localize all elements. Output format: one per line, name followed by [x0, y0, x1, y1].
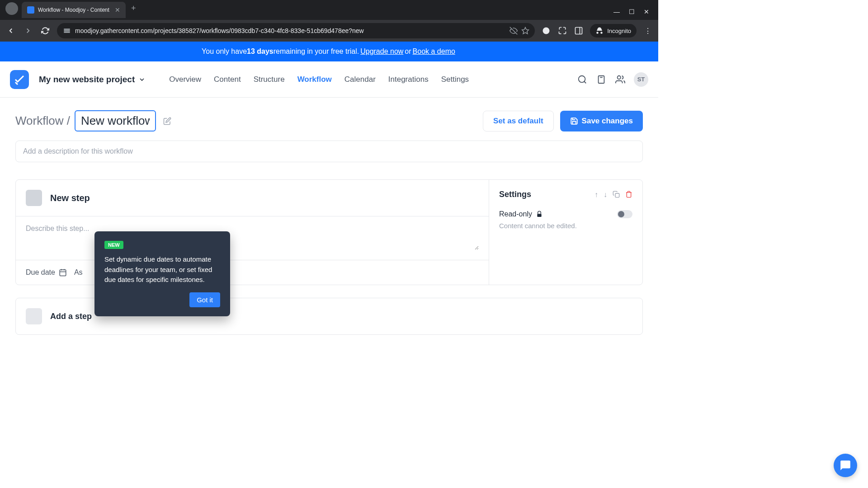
url-text: moodjoy.gathercontent.com/projects/38582… — [75, 27, 505, 34]
user-avatar[interactable]: ST — [634, 72, 648, 87]
svg-rect-2 — [64, 32, 70, 33]
forward-button[interactable] — [23, 25, 33, 36]
nav-content[interactable]: Content — [214, 75, 241, 84]
svg-rect-6 — [576, 28, 582, 34]
step-settings-panel: Settings ↑ ↓ Read-only Content cannot be… — [489, 180, 642, 285]
workflow-title-input[interactable] — [75, 110, 156, 131]
nav-workflow[interactable]: Workflow — [297, 75, 332, 84]
notifications-icon[interactable] — [596, 74, 607, 85]
maximize-icon[interactable]: ☐ — [629, 8, 635, 15]
svg-rect-1 — [64, 30, 70, 31]
nav-overview[interactable]: Overview — [169, 75, 201, 84]
nav-calendar[interactable]: Calendar — [344, 75, 376, 84]
close-tab-icon[interactable]: ✕ — [115, 6, 120, 14]
page-content: Workflow / Set as default Save changes N… — [0, 98, 658, 347]
step-color-swatch[interactable] — [26, 190, 42, 206]
assignees-button[interactable]: As — [74, 268, 83, 277]
new-badge: NEW — [104, 241, 123, 249]
minimize-icon[interactable]: — — [613, 8, 620, 15]
step-description-input[interactable] — [26, 225, 479, 250]
got-it-button[interactable]: Got it — [189, 292, 220, 307]
incognito-indicator[interactable]: Incognito — [590, 24, 637, 38]
save-button[interactable]: Save changes — [560, 111, 643, 131]
extension-icon[interactable] — [541, 26, 551, 36]
duplicate-icon[interactable] — [613, 191, 620, 199]
move-down-icon[interactable]: ↓ — [604, 191, 607, 199]
menu-dots-icon[interactable]: ⋮ — [643, 26, 653, 36]
readonly-hint: Content cannot be edited. — [499, 222, 632, 230]
set-default-button[interactable]: Set as default — [483, 111, 554, 131]
address-bar[interactable]: moodjoy.gathercontent.com/projects/38582… — [57, 23, 535, 38]
tab-title: Workflow - Moodjoy - Content — [38, 7, 111, 13]
nav-structure[interactable]: Structure — [254, 75, 285, 84]
extensions-puzzle-icon[interactable] — [557, 26, 567, 36]
svg-line-9 — [584, 81, 586, 83]
add-step-label: Add a step — [50, 312, 92, 321]
book-demo-link[interactable]: Book a demo — [413, 47, 455, 56]
bookmark-star-icon[interactable] — [521, 27, 528, 35]
nav-integrations[interactable]: Integrations — [388, 75, 429, 84]
step-name[interactable]: New step — [50, 193, 90, 203]
trial-days: 13 days — [247, 47, 274, 56]
browser-toolbar: moodjoy.gathercontent.com/projects/38582… — [0, 20, 658, 42]
svg-point-12 — [618, 75, 621, 79]
back-button[interactable] — [5, 25, 16, 36]
nav-settings[interactable]: Settings — [441, 75, 469, 84]
breadcrumb[interactable]: Workflow / — [15, 114, 70, 128]
upgrade-link[interactable]: Upgrade now — [360, 47, 403, 56]
readonly-toggle[interactable] — [617, 210, 632, 218]
svg-rect-0 — [64, 29, 70, 29]
settings-title: Settings — [499, 190, 531, 199]
save-icon — [570, 117, 578, 125]
project-switcher[interactable]: My new website project — [39, 75, 146, 84]
app-header: My new website project Overview Content … — [0, 61, 658, 98]
svg-rect-17 — [615, 193, 619, 197]
tooltip-text: Set dynamic due dates to automate deadli… — [104, 254, 220, 285]
calendar-icon — [59, 268, 67, 277]
edit-icon[interactable] — [163, 117, 171, 125]
svg-rect-13 — [60, 270, 66, 276]
close-window-icon[interactable]: ✕ — [644, 8, 649, 15]
people-icon[interactable] — [615, 74, 626, 85]
eye-off-icon[interactable] — [509, 27, 517, 35]
favicon — [27, 6, 34, 14]
svg-marker-4 — [522, 28, 529, 34]
side-panel-icon[interactable] — [574, 26, 584, 36]
new-tab-button[interactable]: + — [131, 4, 136, 13]
lock-icon — [536, 211, 543, 218]
workflow-description-input[interactable] — [15, 141, 643, 162]
search-icon[interactable] — [577, 74, 588, 85]
add-step-swatch — [26, 308, 42, 324]
app-logo[interactable] — [10, 70, 29, 89]
browser-tab[interactable]: Workflow - Moodjoy - Content ✕ — [22, 2, 126, 18]
delete-icon[interactable] — [625, 191, 632, 199]
step-card: New step Due date As Settings ↑ — [15, 179, 643, 285]
reload-button[interactable] — [40, 25, 51, 36]
trial-banner: You only have 13 days remaining in your … — [0, 42, 658, 61]
due-date-button[interactable]: Due date — [26, 268, 67, 277]
main-nav: Overview Content Structure Workflow Cale… — [169, 75, 469, 84]
svg-rect-18 — [537, 214, 541, 217]
readonly-label: Read-only — [499, 210, 532, 218]
svg-point-8 — [579, 75, 585, 82]
browser-tab-strip: Workflow - Moodjoy - Content ✕ + — ☐ ✕ — [0, 0, 658, 20]
move-up-icon[interactable]: ↑ — [594, 191, 598, 199]
svg-point-5 — [543, 28, 550, 34]
onboarding-tooltip: NEW Set dynamic due dates to automate de… — [94, 231, 230, 316]
chevron-down-icon — [138, 76, 146, 83]
site-settings-icon[interactable] — [63, 27, 71, 34]
svg-rect-10 — [599, 75, 604, 83]
profile-avatar[interactable] — [5, 2, 18, 15]
